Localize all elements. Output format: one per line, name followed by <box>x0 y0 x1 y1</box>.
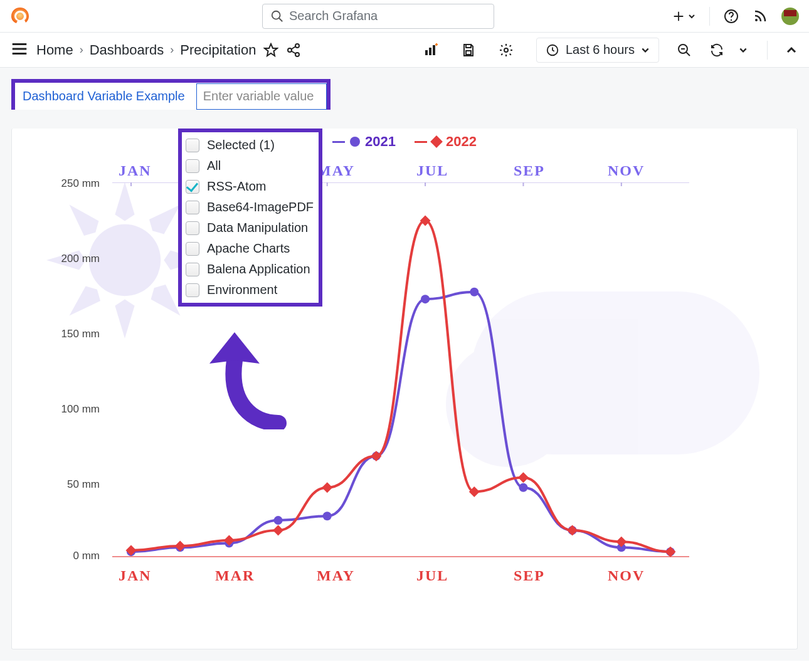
checkbox-icon[interactable] <box>186 201 199 214</box>
x-bottom-tick: NOV <box>608 567 645 584</box>
menu-toggle-icon[interactable] <box>10 39 29 61</box>
svg-line-1 <box>279 18 283 21</box>
chevron-down-icon <box>641 46 650 55</box>
rss-icon[interactable] <box>753 9 768 24</box>
x-top-tick: NOV <box>608 162 645 179</box>
search-placeholder: Search Grafana <box>289 9 378 23</box>
svg-rect-35 <box>322 482 332 493</box>
chevron-down-icon <box>688 13 695 20</box>
svg-point-27 <box>519 483 527 492</box>
refresh-interval-chevron[interactable] <box>736 43 751 58</box>
time-range-label: Last 6 hours <box>566 43 635 57</box>
svg-rect-12 <box>466 51 471 55</box>
svg-rect-40 <box>567 525 578 536</box>
dropdown-item[interactable]: Balena Application <box>182 259 319 280</box>
svg-point-7 <box>295 53 299 56</box>
legend-label: 2022 <box>446 134 477 150</box>
checkbox-icon[interactable] <box>186 221 199 235</box>
y-tick: 100 mm <box>56 403 100 416</box>
dropdown-item-label: Apache Charts <box>207 241 290 256</box>
variable-label: Dashboard Variable Example <box>15 83 196 110</box>
svg-rect-10 <box>433 45 435 55</box>
svg-point-13 <box>504 48 508 52</box>
checkbox-icon[interactable] <box>186 159 199 173</box>
dropdown-item[interactable]: RSS-Atom <box>182 176 319 197</box>
breadcrumb-home[interactable]: Home <box>36 42 73 58</box>
search-icon <box>270 9 284 23</box>
share-icon[interactable] <box>286 43 301 58</box>
chart-panel: Selected (1) All RSS-Atom Base64-ImagePD… <box>11 129 798 649</box>
dropdown-item-label: All <box>207 159 221 173</box>
chart-legend: 2021 2022 <box>24 134 785 150</box>
dropdown-item[interactable]: Apache Charts <box>182 238 319 259</box>
legend-item-2022[interactable]: 2022 <box>415 134 477 150</box>
x-top-tick: SEP <box>514 162 545 179</box>
clock-icon <box>546 43 559 57</box>
dropdown-item[interactable]: Base64-ImagePDF <box>182 197 319 218</box>
dropdown-item-label: Balena Application <box>207 262 310 276</box>
x-bottom-tick: MAY <box>317 567 355 584</box>
dropdown-item[interactable]: All <box>182 155 319 176</box>
global-search[interactable]: Search Grafana <box>262 4 494 29</box>
y-tick: 250 mm <box>56 177 100 190</box>
settings-icon[interactable] <box>499 43 514 58</box>
svg-rect-9 <box>429 48 431 55</box>
dropdown-item-label: Data Manipulation <box>207 221 308 235</box>
checkbox-icon[interactable] <box>186 283 199 297</box>
svg-point-3 <box>731 19 732 20</box>
svg-rect-34 <box>273 525 283 536</box>
annotation-arrow-icon <box>203 329 297 429</box>
separator <box>767 41 768 60</box>
checkbox-icon[interactable] <box>186 263 199 276</box>
time-range-picker[interactable]: Last 6 hours <box>536 38 659 63</box>
grafana-logo-icon[interactable] <box>10 6 30 26</box>
x-top-tick: JAN <box>119 162 152 179</box>
svg-point-5 <box>288 48 292 52</box>
user-avatar[interactable] <box>781 8 799 25</box>
dashboard-toolbar: Home › Dashboards › Precipitation Last 6… <box>0 33 809 68</box>
breadcrumb-dashboards[interactable]: Dashboards <box>90 42 164 58</box>
svg-point-26 <box>470 288 479 297</box>
x-bottom-tick: MAR <box>215 567 255 584</box>
variable-bar-highlight: Dashboard Variable Example <box>11 79 330 110</box>
svg-rect-39 <box>518 472 529 483</box>
breadcrumb-current: Precipitation <box>180 42 256 58</box>
dropdown-item-label: RSS-Atom <box>207 179 266 194</box>
top-navbar: Search Grafana <box>0 0 809 33</box>
save-icon[interactable] <box>461 43 476 58</box>
legend-item-2021[interactable]: 2021 <box>332 134 396 150</box>
x-bottom-tick: JUL <box>416 567 448 584</box>
svg-point-0 <box>272 11 280 19</box>
zoom-out-icon[interactable] <box>677 43 692 58</box>
svg-point-23 <box>323 512 332 520</box>
dashboard-content: Dashboard Variable Example Selected (1) … <box>0 68 809 661</box>
dropdown-item[interactable]: Selected (1) <box>182 135 319 155</box>
dropdown-item[interactable]: Environment <box>182 280 319 300</box>
svg-rect-8 <box>425 50 428 55</box>
star-icon[interactable] <box>263 43 278 58</box>
x-bottom-tick: JAN <box>119 567 152 584</box>
dropdown-item[interactable]: Data Manipulation <box>182 218 319 238</box>
collapse-icon[interactable] <box>784 43 799 58</box>
variable-input[interactable] <box>196 83 327 110</box>
dropdown-item-label: Selected (1) <box>207 138 275 152</box>
help-icon[interactable] <box>724 9 739 24</box>
checkbox-icon[interactable] <box>186 242 199 256</box>
chart-area: 2021 2022 JAN MAR MAY JUL SEP NOV 250 mm… <box>24 129 785 592</box>
refresh-icon[interactable] <box>709 43 724 58</box>
chevron-right-icon: › <box>170 43 174 56</box>
chevron-right-icon: › <box>80 43 83 56</box>
add-menu-button[interactable] <box>672 9 695 23</box>
svg-point-25 <box>421 295 430 303</box>
add-panel-icon[interactable] <box>423 43 438 58</box>
x-top-tick: MAY <box>317 162 355 179</box>
svg-line-16 <box>686 52 690 56</box>
separator <box>709 7 710 26</box>
y-tick: 150 mm <box>56 328 100 340</box>
svg-point-4 <box>755 19 758 21</box>
checkbox-icon[interactable] <box>186 139 199 152</box>
checkbox-checked-icon[interactable] <box>186 180 199 194</box>
svg-point-6 <box>295 44 299 48</box>
x-bottom-tick: SEP <box>514 567 545 584</box>
y-tick: 200 mm <box>56 253 100 265</box>
